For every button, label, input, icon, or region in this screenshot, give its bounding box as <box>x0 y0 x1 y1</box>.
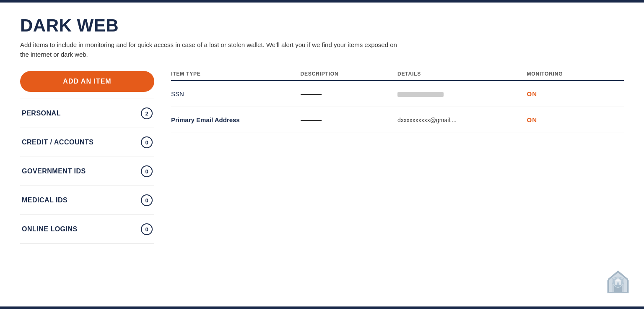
sidebar-item-online-logins-badge: 0 <box>141 223 153 235</box>
col-header-monitoring: MONITORING <box>527 71 624 77</box>
ssn-monitoring: ON <box>527 90 624 97</box>
email-details: dxxxxxxxxxx@gmail.... <box>397 117 527 123</box>
sidebar-item-personal-label: PERSONAL <box>22 110 61 117</box>
svg-rect-4 <box>617 283 619 285</box>
col-header-item-type: ITEM TYPE <box>171 71 301 77</box>
sidebar-item-government-ids-label: GOVERNMENT IDS <box>22 168 86 175</box>
table-row-email: Primary Email Address dxxxxxxxxxx@gmail.… <box>171 107 624 133</box>
page-title: DARK WEB <box>20 16 624 35</box>
col-header-description: DESCRIPTION <box>301 71 397 77</box>
bottom-bar <box>0 306 644 309</box>
watermark-house-shield-icon <box>605 270 631 295</box>
sidebar-item-online-logins-label: ONLINE LOGINS <box>22 225 78 233</box>
sidebar-item-personal[interactable]: PERSONAL 2 <box>20 99 154 128</box>
sidebar-item-medical-ids-badge: 0 <box>141 194 153 206</box>
sidebar-item-medical-ids-label: MEDICAL IDS <box>22 196 68 204</box>
sidebar-item-credit-accounts[interactable]: CREDIT / ACCOUNTS 0 <box>20 128 154 157</box>
table-header: ITEM TYPE DESCRIPTION DETAILS MONITORING <box>171 71 624 81</box>
sidebar-item-online-logins[interactable]: ONLINE LOGINS 0 <box>20 215 154 244</box>
sidebar: ADD AN ITEM PERSONAL 2 CREDIT / ACCOUNTS… <box>20 71 154 244</box>
sidebar-item-government-ids[interactable]: GOVERNMENT IDS 0 <box>20 157 154 186</box>
ssn-details-blur <box>397 92 444 97</box>
sidebar-item-government-ids-badge: 0 <box>141 165 153 177</box>
sidebar-item-credit-accounts-label: CREDIT / ACCOUNTS <box>22 139 93 146</box>
content-area: ADD AN ITEM PERSONAL 2 CREDIT / ACCOUNTS… <box>20 71 624 244</box>
main-container: DARK WEB Add items to include in monitor… <box>0 3 644 306</box>
table-row-ssn: SSN ON <box>171 81 624 107</box>
email-description <box>301 116 397 123</box>
add-item-button[interactable]: ADD AN ITEM <box>20 71 154 92</box>
ssn-item-type: SSN <box>171 90 301 97</box>
col-header-details: DETAILS <box>397 71 527 77</box>
email-desc-line <box>301 120 322 121</box>
email-monitoring: ON <box>527 116 624 123</box>
page-subtitle: Add items to include in monitoring and f… <box>20 40 397 59</box>
sidebar-nav: PERSONAL 2 CREDIT / ACCOUNTS 0 GOVERNMEN… <box>20 99 154 244</box>
main-panel: ITEM TYPE DESCRIPTION DETAILS MONITORING… <box>171 71 624 133</box>
email-item-type: Primary Email Address <box>171 116 301 123</box>
sidebar-item-credit-accounts-badge: 0 <box>141 136 153 148</box>
sidebar-item-medical-ids[interactable]: MEDICAL IDS 0 <box>20 186 154 215</box>
ssn-description <box>301 90 397 97</box>
ssn-desc-line <box>301 94 322 95</box>
ssn-details <box>397 91 527 97</box>
sidebar-item-personal-badge: 2 <box>141 107 153 119</box>
